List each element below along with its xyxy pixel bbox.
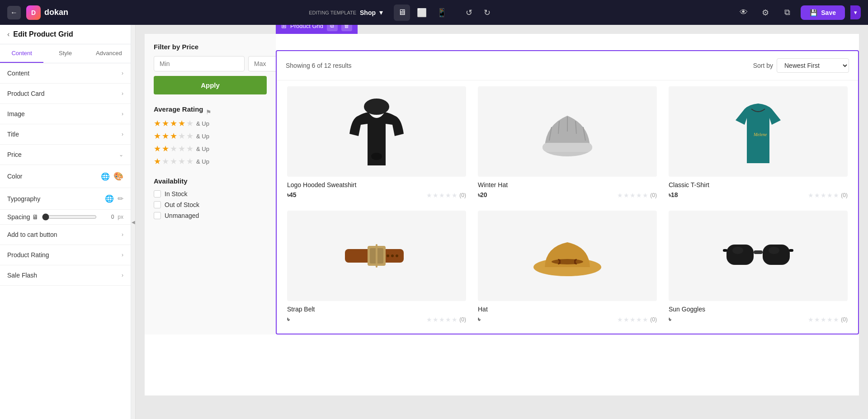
star: ★ (439, 192, 445, 199)
star: ★ (808, 316, 814, 323)
svg-rect-13 (376, 244, 377, 268)
product-card[interactable]: Sun Goggles ৳ ★ ★ ★ ★ (663, 205, 854, 329)
layers-button[interactable]: ⧉ (779, 5, 795, 21)
star: ★ (642, 316, 648, 323)
product-stars: ★ ★ ★ ★ ★ (808, 192, 839, 199)
canvas-inner: Filter by Price Apply Average Rating ⚑ (145, 34, 859, 395)
svg-point-16 (387, 254, 389, 257)
panel-item-price[interactable]: Price ⌄ (0, 145, 131, 165)
redo-button[interactable]: ↻ (479, 5, 495, 21)
panel-item-title[interactable]: Title › (0, 124, 131, 145)
editing-template-selector[interactable]: EDITING TEMPLATE Shop ▾ (309, 8, 383, 17)
review-count: (0) (841, 316, 848, 323)
panel-item-product-rating[interactable]: Product Rating › (0, 245, 131, 265)
toolbar-delete-button[interactable]: 🗑 (341, 25, 352, 31)
product-stars: ★ ★ ★ ★ ★ (617, 316, 648, 323)
undo-button[interactable]: ↺ (461, 5, 477, 21)
settings-button[interactable]: ⚙ (757, 5, 774, 21)
tab-style[interactable]: Style (43, 44, 87, 63)
panel-tabs: Content Style Advanced (0, 44, 131, 63)
logo-text: dokan (44, 8, 68, 17)
star: ★ (445, 316, 451, 323)
apply-button[interactable]: Apply (154, 76, 267, 94)
price-min-input[interactable] (154, 56, 245, 71)
globe-icon[interactable]: 🌐 (101, 172, 110, 181)
svg-rect-24 (789, 249, 793, 252)
tablet-button[interactable]: ⬜ (414, 5, 430, 21)
desktop-button[interactable]: 🖥 (394, 5, 410, 21)
availability-out-of-stock[interactable]: Out of Stock (154, 201, 267, 208)
svg-point-1 (371, 153, 382, 160)
rating-row-1[interactable]: ★ ★ ★ ★ ★ & Up (154, 156, 267, 166)
spacing-slider[interactable] (42, 213, 97, 221)
product-card[interactable]: Strap Belt ৳ ★ ★ ★ ★ (281, 205, 472, 329)
product-card[interactable]: Logo Hooded Sweatshirt ৳45 ★ ★ ★ ★ (281, 80, 472, 205)
slider-unit: px (118, 214, 123, 220)
panel-collapse-handle[interactable]: ◀ (131, 25, 136, 419)
panel-item-content[interactable]: Content › (0, 63, 131, 84)
availability-in-stock[interactable]: In Stock (154, 190, 267, 198)
rating-row-3[interactable]: ★ ★ ★ ★ ★ & Up (154, 131, 267, 141)
availability-unmanaged[interactable]: Unmanaged (154, 212, 267, 219)
product-rating: ★ ★ ★ ★ ★ (0) (426, 192, 466, 199)
price-inputs (154, 56, 267, 71)
panel-item-label: Title (7, 131, 19, 138)
product-card[interactable]: Melene Classic T-Shirt ৳18 ★ (663, 80, 854, 205)
rating-label: & Up (196, 120, 209, 127)
template-name: Shop (360, 9, 376, 16)
globe-icon[interactable]: 🌐 (105, 194, 114, 203)
mobile-button[interactable]: 📱 (434, 5, 450, 21)
rating-row-4[interactable]: ★ ★ ★ ★ ★ & Up (154, 118, 267, 128)
save-dropdown-button[interactable]: ▾ (850, 5, 861, 19)
star-empty: ★ (186, 156, 193, 166)
paint-icon[interactable]: 🎨 (113, 171, 123, 181)
checkbox-out-of-stock[interactable] (154, 201, 161, 208)
rating-row-2[interactable]: ★ ★ ★ ★ ★ & Up (154, 144, 267, 154)
product-card[interactable]: Winter Hat ৳20 ★ ★ ★ ★ (472, 80, 663, 205)
topbar-left: ← D dokan (7, 5, 68, 20)
slider-container (42, 213, 97, 221)
products-grid: Logo Hooded Sweatshirt ৳45 ★ ★ ★ ★ (277, 80, 858, 334)
toolbar-copy-button[interactable]: ⧉ (327, 25, 338, 31)
tab-advanced[interactable]: Advanced (87, 44, 131, 63)
panel-item-image[interactable]: Image › (0, 104, 131, 124)
edit-icon[interactable]: ✏ (118, 194, 123, 203)
checkbox-unmanaged[interactable] (154, 212, 161, 219)
checkbox-in-stock[interactable] (154, 190, 161, 198)
svg-point-19 (565, 259, 570, 264)
panel-item-sale-flash[interactable]: Sale Flash › (0, 265, 131, 286)
panel-header: ‹ Edit Product Grid (0, 25, 131, 44)
review-count: (0) (841, 192, 848, 198)
filter-price-section: Filter by Price Apply (154, 43, 267, 94)
stars-3: ★ ★ ★ ★ ★ (154, 131, 193, 141)
main-layout: ‹ Edit Product Grid Content Style Advanc… (0, 25, 868, 419)
star: ★ (445, 192, 451, 199)
back-button[interactable]: ← (7, 6, 21, 19)
panel-items: Content › Product Card › Image › Title ›… (0, 63, 131, 419)
star: ★ (827, 192, 833, 199)
product-image-wrap (287, 211, 466, 301)
save-icon: 💾 (810, 9, 817, 16)
grid-header: Showing 6 of 12 results Sort by Newest F… (277, 51, 858, 80)
star: ★ (452, 192, 458, 199)
sort-select[interactable]: Newest First Price: Low to High Price: H… (777, 58, 849, 73)
product-price-row: ৳45 ★ ★ ★ ★ ★ (287, 191, 466, 199)
product-image (722, 233, 794, 278)
star: ★ (630, 316, 636, 323)
panel-title: Edit Product Grid (13, 30, 73, 38)
product-rating: ★ ★ ★ ★ ★ (0) (808, 316, 848, 323)
topbar-right: 👁 ⚙ ⧉ 💾 Save ▾ (736, 5, 861, 21)
save-button[interactable]: 💾 Save (801, 5, 845, 20)
preview-button[interactable]: 👁 (736, 5, 752, 21)
panel-item-add-to-cart[interactable]: Add to cart button › (0, 225, 131, 245)
star: ★ (833, 192, 839, 199)
page-layout: Filter by Price Apply Average Rating ⚑ (145, 34, 859, 334)
panel-item-product-card[interactable]: Product Card › (0, 84, 131, 104)
tab-content[interactable]: Content (0, 44, 43, 63)
star-filled: ★ (154, 156, 161, 166)
panel-back-button[interactable]: ‹ (7, 30, 9, 38)
chevron-icon: › (122, 90, 123, 97)
product-card[interactable]: Hat ৳ ★ ★ ★ ★ ★ (472, 205, 663, 329)
save-label: Save (821, 9, 836, 16)
panel-item-label: Color (7, 173, 22, 180)
